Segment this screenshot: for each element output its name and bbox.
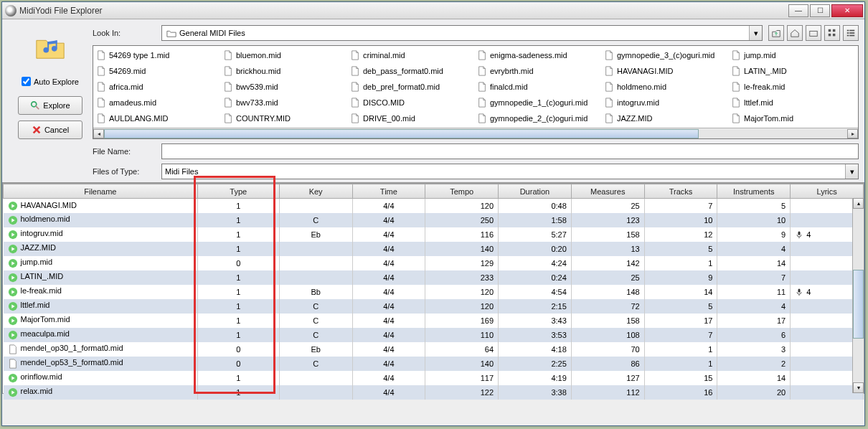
file-item[interactable]: COUNTRY.MID [222,110,349,126]
table-row[interactable]: MajorTom.mid1C4/41693:431581717 [4,314,864,328]
file-item[interactable]: deb_prel_format0.mid [349,79,476,95]
table-row[interactable]: orinflow.mid14/41174:191271514 [4,371,864,385]
file-item[interactable]: brickhou.mid [222,63,349,79]
file-item[interactable]: holdmeno.mid [603,79,730,95]
svg-rect-13 [847,30,849,32]
file-item[interactable]: lttlef.mid [730,95,857,110]
column-header[interactable]: Measures [571,184,644,199]
vertical-scrollbar[interactable]: ▴ ▾ [852,198,864,393]
cancel-button[interactable]: Cancel [18,121,82,139]
window-title: MidiYodi File Explorer [19,6,103,16]
scroll-up-button[interactable]: ▴ [853,198,864,209]
filetype-combo[interactable]: Midi Files ▾ [161,164,859,179]
scroll-left-button[interactable]: ◂ [93,129,104,138]
filetype-label: Files of Type: [93,167,161,176]
table-row[interactable]: HAVANAGI.MID14/41200:482575 [4,199,864,213]
file-item[interactable]: DISCO.MID [349,95,476,110]
minimize-button[interactable]: — [788,4,808,17]
file-item[interactable]: bwv733.mid [222,95,349,110]
home-button[interactable] [787,25,803,41]
file-item[interactable]: gymnopedie_2_(c)oguri.mid [476,110,603,126]
file-list-panel[interactable]: 54269 type 1.mid54269.midafrica.midamade… [93,45,859,139]
file-item[interactable]: MajorTom.mid [730,110,857,126]
column-header[interactable]: Key [279,184,352,199]
file-item[interactable]: evrybrth.mid [476,63,603,79]
chevron-down-icon[interactable]: ▾ [749,26,762,40]
column-header[interactable]: Duration [499,184,572,199]
svg-rect-14 [849,30,854,32]
file-item[interactable]: criminal.mid [349,47,476,63]
table-row[interactable]: lttlef.mid1C4/41202:157254 [4,299,864,314]
svg-rect-10 [833,29,836,32]
folder-open-icon [166,28,176,38]
column-header[interactable]: Filename [4,184,198,199]
explore-button[interactable]: Explore [18,96,82,115]
file-item[interactable]: finalcd.mid [476,79,603,95]
table-row[interactable]: mendel_op30_1_format0.mid0Eb4/4644:18701… [4,342,864,357]
svg-rect-18 [849,35,854,37]
cancel-icon [32,125,42,135]
table-row[interactable]: le-freak.mid1Bb4/41204:5414814114 [4,285,864,299]
table-row[interactable]: jump.mid04/41294:24142114 [4,256,864,270]
column-header[interactable]: Instruments [717,184,791,199]
app-icon [5,5,16,16]
file-item[interactable]: africa.mid [95,79,222,95]
file-item[interactable]: 54269 type 1.mid [95,47,222,63]
horizontal-scrollbar[interactable]: ◂ ▸ [93,128,858,138]
table-row[interactable]: relax.mid14/41223:381121620 [4,385,864,400]
scroll-thumb[interactable] [853,270,864,339]
table-row[interactable]: intogruv.mid1Eb4/41165:271581294 [4,227,864,242]
auto-explore-label: Auto Explore [34,77,79,86]
chevron-down-icon[interactable]: ▾ [845,164,858,179]
table-row[interactable]: mendel_op53_5_format0.mid0C4/41402:25861… [4,357,864,371]
maximize-button[interactable]: ☐ [810,4,830,17]
results-table: FilenameTypeKeyTimeTempoDurationMeasures… [3,184,864,400]
svg-rect-12 [833,34,836,37]
file-item[interactable]: 54269.mid [95,63,222,79]
column-header[interactable]: Lyrics [791,184,864,199]
table-row[interactable]: holdmeno.mid1C4/42501:581231010 [4,213,864,227]
look-in-combo[interactable]: General MIDI Files ▾ [161,25,763,41]
svg-rect-16 [849,32,854,34]
file-item[interactable]: DRIVE_00.mid [349,110,476,126]
column-header[interactable]: Time [352,184,425,199]
app-window: MidiYodi File Explorer — ☐ ✕ Auto Expl [1,1,865,426]
file-item[interactable]: le-freak.mid [730,79,857,95]
file-item[interactable]: jump.mid [730,47,857,63]
column-header[interactable]: Type [197,184,279,199]
scroll-thumb[interactable] [104,129,699,138]
file-item[interactable]: intogruv.mid [603,95,730,110]
table-row[interactable]: JAZZ.MID14/41400:201354 [4,242,864,256]
list-view-button[interactable] [824,25,840,41]
titlebar[interactable]: MidiYodi File Explorer — ☐ ✕ [2,2,864,19]
scroll-right-button[interactable]: ▸ [847,129,858,138]
file-item[interactable]: bluemon.mid [222,47,349,63]
column-header[interactable]: Tracks [644,184,717,199]
file-item[interactable]: AULDLANG.MID [95,110,222,126]
close-button[interactable]: ✕ [831,4,863,17]
file-item[interactable]: LATIN_.MID [730,63,857,79]
scroll-down-button[interactable]: ▾ [853,382,864,393]
svg-rect-27 [798,288,801,292]
auto-explore-input[interactable] [22,77,31,86]
svg-rect-8 [810,31,818,36]
details-view-button[interactable] [843,25,859,41]
file-item[interactable]: amadeus.mid [95,95,222,110]
up-folder-button[interactable] [768,25,784,41]
file-item[interactable]: gymnopedie_3_(c)oguri.mid [603,47,730,63]
file-item[interactable]: deb_pass_format0.mid [349,63,476,79]
explore-button-label: Explore [43,101,70,110]
file-item[interactable]: bwv539.mid [222,79,349,95]
svg-line-5 [36,106,39,109]
table-row[interactable]: LATIN_.MID14/42330:242597 [4,270,864,285]
file-item[interactable]: HAVANAGI.MID [603,63,730,79]
svg-rect-9 [829,29,831,32]
file-item[interactable]: enigma-sadeness.mid [476,47,603,63]
auto-explore-checkbox[interactable]: Auto Explore [22,77,79,86]
file-item[interactable]: gymnopedie_1_(c)oguri.mid [476,95,603,110]
filename-input[interactable] [161,143,859,159]
new-folder-button[interactable] [806,25,821,41]
column-header[interactable]: Tempo [425,184,499,199]
table-row[interactable]: meaculpa.mid1C4/41103:5310876 [4,328,864,342]
file-item[interactable]: JAZZ.MID [603,110,730,126]
